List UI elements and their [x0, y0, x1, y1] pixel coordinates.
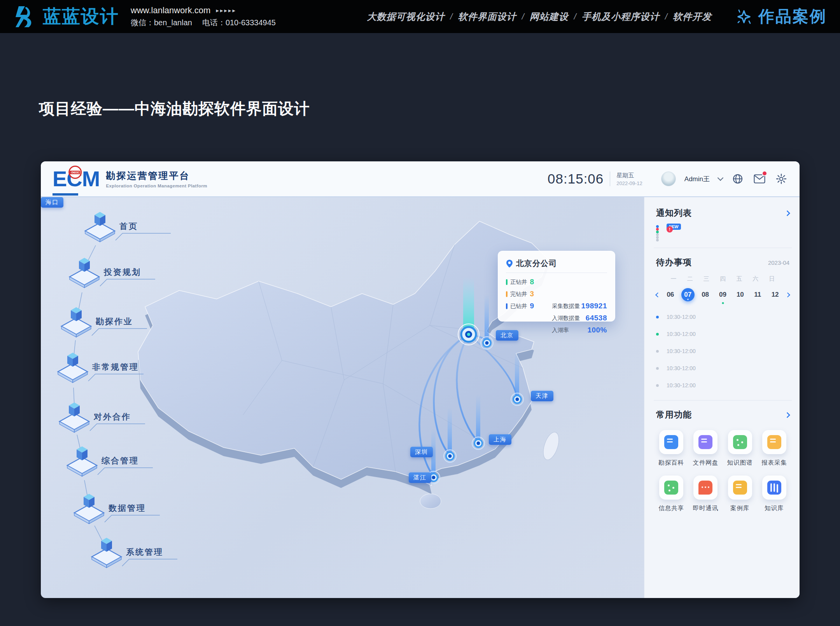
- function-shortcut[interactable]: 知识图谱: [725, 430, 755, 467]
- notification-item[interactable]: BZ-13-1-A7井测试地质设计决策会16日14点开始 NEW: [656, 225, 659, 228]
- data-metric-value: 64538: [586, 314, 607, 322]
- function-label: 勘探百科: [658, 459, 684, 467]
- status-dot: [656, 239, 659, 241]
- function-shortcut[interactable]: 报表采集: [759, 430, 789, 467]
- function-app-icon: [733, 435, 747, 449]
- sidebar-item[interactable]: 非常规管理: [56, 350, 139, 383]
- todo-item[interactable]: BZ-13-1-A7井测试地质设计决策会... 10:30-12:00: [656, 325, 659, 343]
- platform-3d-icon: [89, 535, 124, 568]
- weekday-label: 二: [683, 275, 696, 283]
- sidebar-item-label: 非常规管理: [92, 362, 139, 371]
- calendar-date[interactable]: 09: [716, 288, 730, 301]
- nav-separator: /: [450, 12, 453, 22]
- function-tile: [693, 430, 718, 454]
- function-shortcut[interactable]: 即时通讯: [690, 476, 721, 512]
- brand-name: 蓝蓝设计: [43, 4, 119, 29]
- weekday-label: 六: [749, 275, 762, 283]
- portfolio-link[interactable]: 作品案例: [735, 6, 827, 27]
- label-connector: [114, 230, 172, 242]
- sidebar-item[interactable]: 首页: [83, 209, 138, 242]
- platform-3d-icon: [83, 209, 117, 242]
- sidebar-item[interactable]: 对外合作: [57, 399, 131, 433]
- calendar-date[interactable]: 10: [733, 288, 747, 301]
- data-metric-value: 198921: [581, 302, 607, 310]
- china-map-region: 北京天津上海深圳湛江海口 首页: [41, 197, 644, 598]
- platform-name-en: Exploration Operation Management Platfor…: [106, 184, 207, 188]
- sidebar-item[interactable]: 投资规划: [67, 255, 141, 288]
- function-tile: [762, 476, 786, 500]
- app-logo: ECM CNOOC 勘探运营管理平台 Exploration Operation…: [52, 168, 207, 190]
- notification-item[interactable]: 关于用举办井测试地质设计决策会 !: [656, 228, 659, 231]
- todo-item[interactable]: BZ-13-1-A7井测试地质设计决策会... 10:30-12:00: [656, 308, 659, 325]
- todo-item[interactable]: BZ-13-1-A7井测试地质设计决策会 10:30-12:00: [656, 360, 659, 377]
- calendar-date[interactable]: 07: [681, 288, 695, 301]
- weekday-label: 四: [716, 275, 729, 283]
- notification-item[interactable]: BZ-13-1-A7井测试地质设计决策会16日14点开始!: [656, 231, 659, 233]
- label-connector: [103, 512, 161, 524]
- function-shortcut[interactable]: 勘探百科: [656, 430, 686, 467]
- nav-item[interactable]: 大数据可视化设计: [367, 10, 445, 23]
- chevron-down-icon[interactable]: [718, 175, 724, 181]
- functions-more-icon[interactable]: [784, 412, 791, 418]
- mail-icon[interactable]: [753, 172, 766, 185]
- calendar-date[interactable]: 11: [751, 288, 764, 301]
- notification-item[interactable]: 通知：BZ-13-1-A7井测试地质设: [656, 236, 659, 239]
- function-shortcut[interactable]: 信息共享: [656, 476, 686, 512]
- label-connector: [121, 556, 179, 568]
- site-url[interactable]: www.lanlanwork.com: [131, 5, 210, 16]
- well-stat-label: 正钻井: [510, 278, 527, 286]
- app-header: ECM CNOOC 勘探运营管理平台 Exploration Operation…: [41, 161, 800, 197]
- notification-item[interactable]: 重要通知：BZ-13-1-A7井测试地质设计决策会16日14...: [656, 233, 659, 236]
- nav-separator: /: [522, 12, 524, 22]
- calendar-next-icon[interactable]: [785, 292, 790, 297]
- function-app-icon: [698, 435, 712, 449]
- todo-item[interactable]: BZ-13-1-A7井测试地质设计决策会 10:30-12:00: [656, 343, 659, 360]
- todo-item[interactable]: BZ-13-1-A7井测试地质设计决策会 10:30-12:00: [656, 377, 659, 394]
- sidebar-item[interactable]: 数据管理: [72, 491, 146, 524]
- mail-badge: [762, 171, 767, 176]
- todo-time: 10:30-12:00: [667, 365, 696, 371]
- globe-icon[interactable]: [731, 172, 744, 185]
- user-name[interactable]: Admin王: [684, 175, 710, 184]
- top-nav: 大数据可视化设计/软件界面设计/网站建设/手机及小程序设计/软件开发: [367, 10, 712, 23]
- function-shortcut[interactable]: 文件网盘: [690, 430, 721, 467]
- url-arrows: ▸▸▸▸▸: [216, 7, 236, 14]
- nav-item[interactable]: 软件开发: [673, 10, 712, 23]
- platform-3d-icon: [59, 304, 93, 337]
- data-metric-row: 入湖率 100%: [552, 326, 607, 334]
- notifications-more-icon[interactable]: [784, 210, 791, 216]
- well-stat-value: 3: [530, 290, 534, 298]
- sidebar-item[interactable]: 系统管理: [89, 535, 163, 568]
- dashboard-screenshot: ECM CNOOC 勘探运营管理平台 Exploration Operation…: [41, 161, 800, 598]
- calendar: 一二三四五六日 06070809101112: [656, 275, 789, 301]
- well-stat-label: 已钻井: [510, 303, 527, 310]
- settings-gear-icon[interactable]: [775, 172, 788, 185]
- function-app-icon: [767, 481, 781, 495]
- nav-item[interactable]: 手机及小程序设计: [582, 10, 660, 23]
- calendar-date[interactable]: 08: [699, 288, 712, 301]
- sidebar-item[interactable]: 勘探作业: [59, 304, 133, 337]
- sidebar-item-label: 综合管理: [102, 456, 139, 465]
- todo-time: 10:30-12:00: [667, 382, 696, 388]
- clock-date: 2022-09-12: [616, 180, 642, 186]
- function-app-icon: [664, 481, 678, 495]
- function-shortcut[interactable]: 知识库: [759, 476, 789, 512]
- nav-item[interactable]: 网站建设: [530, 10, 569, 23]
- calendar-date[interactable]: 06: [664, 288, 677, 301]
- calendar-prev-icon[interactable]: [655, 292, 660, 297]
- notification-item[interactable]: 重要通知：BZ-13-1-A7井测试地质设计决策会16日14...: [656, 239, 659, 241]
- platform-3d-icon: [56, 350, 90, 383]
- function-shortcut[interactable]: 案例库: [725, 476, 755, 512]
- function-tile: [728, 430, 752, 454]
- sidebar-item[interactable]: 综合管理: [65, 443, 139, 477]
- status-dot: [656, 233, 659, 236]
- data-metric-value: 100%: [587, 326, 607, 334]
- brand[interactable]: 蓝蓝设计: [13, 4, 119, 29]
- platform-3d-icon: [67, 255, 102, 288]
- nav-item[interactable]: 软件界面设计: [458, 10, 516, 23]
- function-label: 知识库: [765, 504, 784, 512]
- user-avatar[interactable]: [661, 171, 676, 186]
- data-metric-label: 入湖率: [552, 327, 569, 334]
- status-dot: [656, 333, 659, 336]
- calendar-date[interactable]: 12: [768, 288, 782, 301]
